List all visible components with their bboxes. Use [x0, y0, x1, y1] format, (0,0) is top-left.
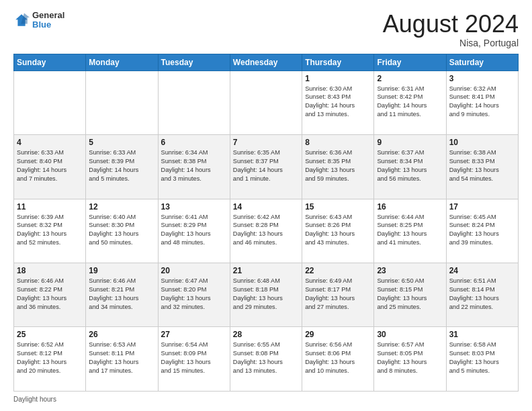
- day-number: 7: [233, 138, 299, 147]
- day-info: Sunrise: 6:47 AM Sunset: 8:20 PM Dayligh…: [161, 277, 227, 312]
- day-cell: 16Sunrise: 6:44 AM Sunset: 8:25 PM Dayli…: [374, 199, 446, 263]
- day-number: 13: [161, 202, 227, 212]
- day-number: 5: [89, 138, 154, 147]
- day-number: 29: [305, 330, 371, 339]
- day-number: 8: [305, 138, 371, 147]
- day-cell: 28Sunrise: 6:55 AM Sunset: 8:08 PM Dayli…: [230, 327, 302, 392]
- day-info: Sunrise: 6:35 AM Sunset: 8:37 PM Dayligh…: [233, 148, 299, 183]
- week-row-3: 18Sunrise: 6:46 AM Sunset: 8:22 PM Dayli…: [14, 263, 519, 327]
- day-info: Sunrise: 6:53 AM Sunset: 8:11 PM Dayligh…: [89, 340, 154, 375]
- day-cell: 4Sunrise: 6:33 AM Sunset: 8:40 PM Daylig…: [14, 135, 86, 199]
- calendar-body: 1Sunrise: 6:30 AM Sunset: 8:43 PM Daylig…: [14, 71, 519, 391]
- calendar-title: August 2024: [383, 11, 519, 38]
- day-info: Sunrise: 6:30 AM Sunset: 8:43 PM Dayligh…: [305, 85, 371, 120]
- day-info: Sunrise: 6:56 AM Sunset: 8:06 PM Dayligh…: [305, 340, 371, 375]
- day-cell: 18Sunrise: 6:46 AM Sunset: 8:22 PM Dayli…: [14, 263, 86, 327]
- day-number: 31: [449, 330, 515, 339]
- day-info: Sunrise: 6:32 AM Sunset: 8:41 PM Dayligh…: [449, 85, 515, 120]
- day-info: Sunrise: 6:37 AM Sunset: 8:34 PM Dayligh…: [377, 148, 443, 183]
- footer: Daylight hours: [13, 396, 519, 403]
- day-cell: 21Sunrise: 6:48 AM Sunset: 8:18 PM Dayli…: [230, 263, 302, 327]
- day-info: Sunrise: 6:43 AM Sunset: 8:26 PM Dayligh…: [305, 213, 371, 248]
- day-cell: 25Sunrise: 6:52 AM Sunset: 8:12 PM Dayli…: [14, 327, 86, 392]
- day-number: 30: [377, 330, 443, 339]
- day-cell: 15Sunrise: 6:43 AM Sunset: 8:26 PM Dayli…: [302, 199, 374, 263]
- day-info: Sunrise: 6:48 AM Sunset: 8:18 PM Dayligh…: [233, 277, 299, 312]
- day-info: Sunrise: 6:33 AM Sunset: 8:39 PM Dayligh…: [89, 148, 154, 183]
- footer-label: Daylight hours: [13, 396, 56, 403]
- day-cell: 5Sunrise: 6:33 AM Sunset: 8:39 PM Daylig…: [86, 135, 158, 199]
- day-cell: [14, 71, 86, 134]
- logo-icon: [13, 12, 30, 28]
- day-info: Sunrise: 6:46 AM Sunset: 8:22 PM Dayligh…: [17, 277, 83, 312]
- day-number: 20: [161, 266, 227, 275]
- day-cell: 24Sunrise: 6:51 AM Sunset: 8:14 PM Dayli…: [446, 263, 518, 327]
- day-cell: [158, 71, 230, 134]
- day-info: Sunrise: 6:39 AM Sunset: 8:32 PM Dayligh…: [17, 213, 83, 248]
- day-number: 6: [161, 138, 227, 147]
- header-cell-sunday: Sunday: [14, 54, 86, 71]
- day-number: 12: [89, 202, 154, 212]
- day-info: Sunrise: 6:51 AM Sunset: 8:14 PM Dayligh…: [449, 277, 515, 312]
- day-number: 27: [161, 330, 227, 339]
- day-info: Sunrise: 6:34 AM Sunset: 8:38 PM Dayligh…: [161, 148, 227, 183]
- day-number: 11: [17, 202, 83, 212]
- day-cell: [86, 71, 158, 134]
- header-cell-monday: Monday: [86, 54, 158, 71]
- day-cell: 3Sunrise: 6:32 AM Sunset: 8:41 PM Daylig…: [446, 71, 518, 134]
- day-cell: 9Sunrise: 6:37 AM Sunset: 8:34 PM Daylig…: [374, 135, 446, 199]
- day-cell: 1Sunrise: 6:30 AM Sunset: 8:43 PM Daylig…: [302, 71, 374, 134]
- day-info: Sunrise: 6:46 AM Sunset: 8:21 PM Dayligh…: [89, 277, 154, 312]
- day-cell: 7Sunrise: 6:35 AM Sunset: 8:37 PM Daylig…: [230, 135, 302, 199]
- day-cell: 2Sunrise: 6:31 AM Sunset: 8:42 PM Daylig…: [374, 71, 446, 134]
- day-number: 14: [233, 202, 299, 212]
- day-info: Sunrise: 6:55 AM Sunset: 8:08 PM Dayligh…: [233, 340, 299, 375]
- day-info: Sunrise: 6:45 AM Sunset: 8:24 PM Dayligh…: [449, 213, 515, 248]
- header: General Blue August 2024 Nisa, Portugal: [13, 11, 519, 48]
- day-cell: [230, 71, 302, 134]
- day-cell: 22Sunrise: 6:49 AM Sunset: 8:17 PM Dayli…: [302, 263, 374, 327]
- day-number: 22: [305, 266, 371, 275]
- day-info: Sunrise: 6:54 AM Sunset: 8:09 PM Dayligh…: [161, 340, 227, 375]
- day-cell: 20Sunrise: 6:47 AM Sunset: 8:20 PM Dayli…: [158, 263, 230, 327]
- day-info: Sunrise: 6:31 AM Sunset: 8:42 PM Dayligh…: [377, 85, 443, 120]
- header-cell-saturday: Saturday: [446, 54, 518, 71]
- day-number: 24: [449, 266, 515, 275]
- day-number: 10: [449, 138, 515, 147]
- day-cell: 10Sunrise: 6:38 AM Sunset: 8:33 PM Dayli…: [446, 135, 518, 199]
- day-cell: 27Sunrise: 6:54 AM Sunset: 8:09 PM Dayli…: [158, 327, 230, 392]
- day-info: Sunrise: 6:52 AM Sunset: 8:12 PM Dayligh…: [17, 340, 83, 375]
- day-info: Sunrise: 6:58 AM Sunset: 8:03 PM Dayligh…: [449, 340, 515, 375]
- header-cell-thursday: Thursday: [302, 54, 374, 71]
- day-number: 15: [305, 202, 371, 212]
- day-info: Sunrise: 6:33 AM Sunset: 8:40 PM Dayligh…: [17, 148, 83, 183]
- day-info: Sunrise: 6:40 AM Sunset: 8:30 PM Dayligh…: [89, 213, 154, 248]
- day-cell: 19Sunrise: 6:46 AM Sunset: 8:21 PM Dayli…: [86, 263, 158, 327]
- calendar-header: SundayMondayTuesdayWednesdayThursdayFrid…: [14, 54, 519, 71]
- day-number: 1: [305, 74, 371, 83]
- header-cell-tuesday: Tuesday: [158, 54, 230, 71]
- day-info: Sunrise: 6:49 AM Sunset: 8:17 PM Dayligh…: [305, 277, 371, 312]
- day-cell: 14Sunrise: 6:42 AM Sunset: 8:28 PM Dayli…: [230, 199, 302, 263]
- header-cell-wednesday: Wednesday: [230, 54, 302, 71]
- page: General Blue August 2024 Nisa, Portugal …: [0, 0, 532, 411]
- day-cell: 29Sunrise: 6:56 AM Sunset: 8:06 PM Dayli…: [302, 327, 374, 392]
- day-number: 16: [377, 202, 443, 212]
- day-number: 21: [233, 266, 299, 275]
- day-cell: 31Sunrise: 6:58 AM Sunset: 8:03 PM Dayli…: [446, 327, 518, 392]
- day-cell: 13Sunrise: 6:41 AM Sunset: 8:29 PM Dayli…: [158, 199, 230, 263]
- week-row-2: 11Sunrise: 6:39 AM Sunset: 8:32 PM Dayli…: [14, 199, 519, 263]
- day-number: 28: [233, 330, 299, 339]
- day-cell: 26Sunrise: 6:53 AM Sunset: 8:11 PM Dayli…: [86, 327, 158, 392]
- day-number: 3: [449, 74, 515, 83]
- day-info: Sunrise: 6:42 AM Sunset: 8:28 PM Dayligh…: [233, 213, 299, 248]
- week-row-1: 4Sunrise: 6:33 AM Sunset: 8:40 PM Daylig…: [14, 135, 519, 199]
- day-info: Sunrise: 6:57 AM Sunset: 8:05 PM Dayligh…: [377, 340, 443, 375]
- day-cell: 11Sunrise: 6:39 AM Sunset: 8:32 PM Dayli…: [14, 199, 86, 263]
- day-info: Sunrise: 6:41 AM Sunset: 8:29 PM Dayligh…: [161, 213, 227, 248]
- day-cell: 12Sunrise: 6:40 AM Sunset: 8:30 PM Dayli…: [86, 199, 158, 263]
- day-info: Sunrise: 6:38 AM Sunset: 8:33 PM Dayligh…: [449, 148, 515, 183]
- title-block: August 2024 Nisa, Portugal: [383, 11, 519, 48]
- day-number: 2: [377, 74, 443, 83]
- day-number: 23: [377, 266, 443, 275]
